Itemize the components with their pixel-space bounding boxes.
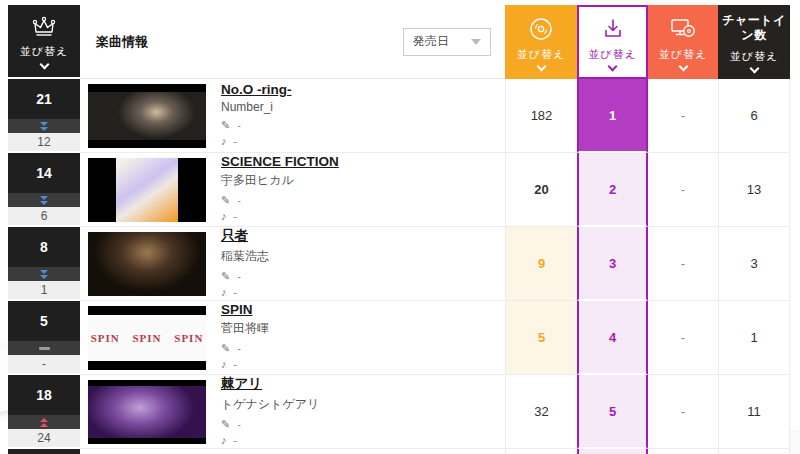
crown-icon <box>29 15 59 39</box>
rank-number: 14 <box>8 153 80 193</box>
lyricist-value: - <box>237 417 241 433</box>
streaming-value: - <box>681 256 685 271</box>
chartin-value: 11 <box>747 404 761 419</box>
song-thumbnail[interactable] <box>88 158 206 222</box>
lyricist-row: ✎ - <box>221 269 269 285</box>
song-info-header: 楽曲情報 発売日 <box>80 5 505 79</box>
album-art-text: SPIN SPIN SPIN <box>91 332 204 344</box>
download-rank-cell: 2 <box>577 153 648 227</box>
album-art <box>88 92 206 140</box>
download-icon <box>599 15 627 43</box>
chartin-count-cell <box>718 449 790 454</box>
pencil-icon: ✎ <box>221 417 230 433</box>
composer-value: - <box>234 285 238 301</box>
sales-value: 5 <box>538 330 545 345</box>
song-meta: 棘アリ トゲナシトゲアリ ✎ - ♪ - <box>221 375 319 449</box>
music-note-icon: ♪ <box>221 209 227 225</box>
composer-row: ♪ - <box>221 134 292 150</box>
pencil-icon: ✎ <box>221 193 230 209</box>
streaming-value: - <box>681 330 685 345</box>
song-title-link[interactable]: 只者 <box>221 227 269 245</box>
song-meta: 只者 稲葉浩志 ✎ - ♪ - <box>221 227 269 301</box>
sales-value: 32 <box>534 404 548 419</box>
song-artist: トゲナシトゲアリ <box>221 396 319 413</box>
rank-cell: 8 1 <box>8 227 80 301</box>
chevron-down-icon <box>39 59 49 69</box>
rank-movement-indicator <box>8 119 80 133</box>
chartin-value: 13 <box>747 182 761 197</box>
lyricist-value: - <box>237 341 241 357</box>
song-title-link[interactable]: SCIENCE FICTION <box>221 154 339 169</box>
streaming-icon <box>668 15 698 43</box>
rank-down-icon <box>40 121 48 131</box>
download-sort-header[interactable]: 並び替え <box>577 5 648 79</box>
chartin-count-cell: 6 <box>718 79 790 153</box>
sales-rank-cell: 9 <box>505 227 577 301</box>
download-sort-label: 並び替え <box>588 47 637 62</box>
streaming-rank-cell: - <box>648 153 718 227</box>
song-thumbnail[interactable] <box>88 84 206 148</box>
album-art <box>88 232 206 296</box>
chartin-count-cell: 11 <box>718 375 790 449</box>
chevron-down-icon <box>749 63 759 73</box>
lyricist-value: - <box>237 193 241 209</box>
song-cell: ✎ ♪ <box>80 449 505 454</box>
rank-number: 8 <box>8 227 80 267</box>
previous-rank: 1 <box>8 281 80 299</box>
song-title-link[interactable]: SPIN <box>221 302 269 317</box>
sales-sort-header[interactable]: 並び替え <box>505 5 577 79</box>
sales-rank-cell: 5 <box>505 301 577 375</box>
pencil-icon: ✎ <box>221 118 230 134</box>
composer-row: ♪ - <box>221 357 269 373</box>
composer-row: ♪ - <box>221 209 339 225</box>
download-rank-cell <box>577 449 648 454</box>
download-rank-cell: 5 <box>577 375 648 449</box>
composer-row: ♪ - <box>221 285 269 301</box>
sales-value: 20 <box>534 182 548 197</box>
download-rank-cell: 4 <box>577 301 648 375</box>
song-artist: Number_i <box>221 100 292 114</box>
song-cell: 只者 稲葉浩志 ✎ - ♪ - <box>80 227 505 301</box>
streaming-rank-cell: - <box>648 79 718 153</box>
lyricist-row: ✎ - <box>221 193 339 209</box>
chartin-value: 3 <box>750 256 757 271</box>
song-artist: 菅田将暉 <box>221 320 269 337</box>
streaming-sort-header[interactable]: 並び替え <box>648 5 718 79</box>
rank-cell: 14 6 <box>8 153 80 227</box>
download-rank-value: 1 <box>609 108 616 123</box>
streaming-rank-cell: - <box>648 375 718 449</box>
song-cell: SCIENCE FICTION 宇多田ヒカル ✎ - ♪ - <box>80 153 505 227</box>
chartin-sort-header[interactable]: チャートイン数 並び替え <box>718 5 790 79</box>
sales-rank-cell: 182 <box>505 79 577 153</box>
release-date-dropdown[interactable]: 発売日 <box>403 28 491 56</box>
song-meta: No.O -ring- Number_i ✎ - ♪ - <box>221 82 292 150</box>
streaming-value: - <box>681 404 685 419</box>
rank-movement-indicator <box>8 267 80 281</box>
composer-value: - <box>234 357 238 373</box>
music-note-icon: ♪ <box>221 357 227 373</box>
song-thumbnail[interactable] <box>88 380 206 444</box>
chartin-count-cell: 13 <box>718 153 790 227</box>
song-artist: 宇多田ヒカル <box>221 172 339 189</box>
streaming-rank-cell <box>648 449 718 454</box>
song-title-link[interactable]: No.O -ring- <box>221 82 292 97</box>
music-note-icon: ♪ <box>221 285 227 301</box>
album-art <box>88 386 206 438</box>
song-thumbnail[interactable] <box>88 232 206 296</box>
chartin-header-title: チャートイン数 <box>718 13 790 43</box>
composer-row: ♪ - <box>221 433 319 449</box>
composer-value: - <box>234 433 238 449</box>
rank-movement-indicator <box>8 415 80 429</box>
sales-value: 182 <box>531 108 553 123</box>
chartin-sort-label: 並び替え <box>730 49 779 64</box>
rank-number: 21 <box>8 79 80 119</box>
song-meta: SPIN 菅田将暉 ✎ - ♪ - <box>221 302 269 373</box>
sales-rank-cell: 20 <box>505 153 577 227</box>
song-thumbnail[interactable]: SPIN SPIN SPIN <box>88 306 206 370</box>
sales-rank-cell: 32 <box>505 375 577 449</box>
sales-value: 9 <box>538 256 545 271</box>
rank-sort-header[interactable]: 並び替え <box>8 5 80 79</box>
song-cell: No.O -ring- Number_i ✎ - ♪ - <box>80 79 505 153</box>
rank-movement-indicator <box>8 193 80 207</box>
song-title-link[interactable]: 棘アリ <box>221 375 319 393</box>
